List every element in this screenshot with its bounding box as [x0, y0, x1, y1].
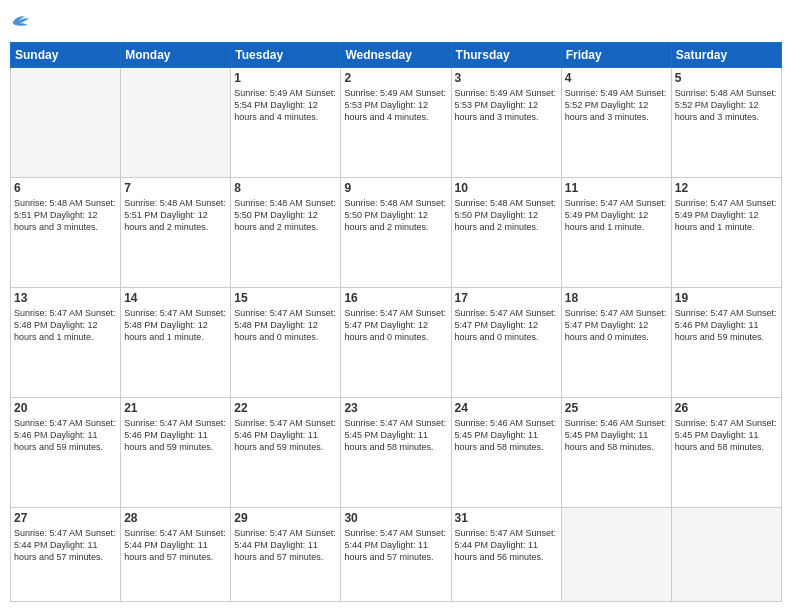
calendar-cell: 5Sunrise: 5:48 AM Sunset: 5:52 PM Daylig… — [671, 68, 781, 178]
day-number: 26 — [675, 401, 778, 415]
calendar-cell: 23Sunrise: 5:47 AM Sunset: 5:45 PM Dayli… — [341, 398, 451, 508]
calendar-header-monday: Monday — [121, 43, 231, 68]
day-number: 29 — [234, 511, 337, 525]
cell-content: Sunrise: 5:48 AM Sunset: 5:50 PM Dayligh… — [234, 197, 337, 233]
calendar-cell: 3Sunrise: 5:49 AM Sunset: 5:53 PM Daylig… — [451, 68, 561, 178]
cell-content: Sunrise: 5:49 AM Sunset: 5:53 PM Dayligh… — [344, 87, 447, 123]
calendar-cell: 28Sunrise: 5:47 AM Sunset: 5:44 PM Dayli… — [121, 508, 231, 602]
day-number: 8 — [234, 181, 337, 195]
day-number: 18 — [565, 291, 668, 305]
day-number: 24 — [455, 401, 558, 415]
day-number: 2 — [344, 71, 447, 85]
day-number: 7 — [124, 181, 227, 195]
cell-content: Sunrise: 5:47 AM Sunset: 5:48 PM Dayligh… — [234, 307, 337, 343]
calendar-cell: 9Sunrise: 5:48 AM Sunset: 5:50 PM Daylig… — [341, 178, 451, 288]
calendar-week-row: 27Sunrise: 5:47 AM Sunset: 5:44 PM Dayli… — [11, 508, 782, 602]
header — [10, 10, 782, 34]
calendar-cell: 19Sunrise: 5:47 AM Sunset: 5:46 PM Dayli… — [671, 288, 781, 398]
cell-content: Sunrise: 5:49 AM Sunset: 5:53 PM Dayligh… — [455, 87, 558, 123]
calendar-header-wednesday: Wednesday — [341, 43, 451, 68]
day-number: 4 — [565, 71, 668, 85]
cell-content: Sunrise: 5:47 AM Sunset: 5:47 PM Dayligh… — [565, 307, 668, 343]
calendar-cell: 26Sunrise: 5:47 AM Sunset: 5:45 PM Dayli… — [671, 398, 781, 508]
logo — [10, 10, 32, 34]
calendar-cell: 2Sunrise: 5:49 AM Sunset: 5:53 PM Daylig… — [341, 68, 451, 178]
calendar-header-thursday: Thursday — [451, 43, 561, 68]
calendar-cell: 16Sunrise: 5:47 AM Sunset: 5:47 PM Dayli… — [341, 288, 451, 398]
cell-content: Sunrise: 5:47 AM Sunset: 5:49 PM Dayligh… — [675, 197, 778, 233]
day-number: 20 — [14, 401, 117, 415]
calendar-cell: 24Sunrise: 5:46 AM Sunset: 5:45 PM Dayli… — [451, 398, 561, 508]
calendar-week-row: 1Sunrise: 5:49 AM Sunset: 5:54 PM Daylig… — [11, 68, 782, 178]
calendar-cell: 30Sunrise: 5:47 AM Sunset: 5:44 PM Dayli… — [341, 508, 451, 602]
cell-content: Sunrise: 5:47 AM Sunset: 5:44 PM Dayligh… — [344, 527, 447, 563]
page: SundayMondayTuesdayWednesdayThursdayFrid… — [0, 0, 792, 612]
calendar-cell: 29Sunrise: 5:47 AM Sunset: 5:44 PM Dayli… — [231, 508, 341, 602]
cell-content: Sunrise: 5:47 AM Sunset: 5:49 PM Dayligh… — [565, 197, 668, 233]
calendar-week-row: 13Sunrise: 5:47 AM Sunset: 5:48 PM Dayli… — [11, 288, 782, 398]
calendar-header-sunday: Sunday — [11, 43, 121, 68]
cell-content: Sunrise: 5:47 AM Sunset: 5:46 PM Dayligh… — [124, 417, 227, 453]
calendar-cell: 14Sunrise: 5:47 AM Sunset: 5:48 PM Dayli… — [121, 288, 231, 398]
calendar-week-row: 6Sunrise: 5:48 AM Sunset: 5:51 PM Daylig… — [11, 178, 782, 288]
day-number: 11 — [565, 181, 668, 195]
calendar-cell — [561, 508, 671, 602]
day-number: 17 — [455, 291, 558, 305]
cell-content: Sunrise: 5:47 AM Sunset: 5:48 PM Dayligh… — [14, 307, 117, 343]
day-number: 27 — [14, 511, 117, 525]
calendar-cell: 25Sunrise: 5:46 AM Sunset: 5:45 PM Dayli… — [561, 398, 671, 508]
day-number: 10 — [455, 181, 558, 195]
calendar-cell: 7Sunrise: 5:48 AM Sunset: 5:51 PM Daylig… — [121, 178, 231, 288]
calendar-cell: 13Sunrise: 5:47 AM Sunset: 5:48 PM Dayli… — [11, 288, 121, 398]
day-number: 6 — [14, 181, 117, 195]
calendar-cell: 18Sunrise: 5:47 AM Sunset: 5:47 PM Dayli… — [561, 288, 671, 398]
cell-content: Sunrise: 5:47 AM Sunset: 5:44 PM Dayligh… — [234, 527, 337, 563]
cell-content: Sunrise: 5:47 AM Sunset: 5:48 PM Dayligh… — [124, 307, 227, 343]
calendar-header-row: SundayMondayTuesdayWednesdayThursdayFrid… — [11, 43, 782, 68]
cell-content: Sunrise: 5:47 AM Sunset: 5:44 PM Dayligh… — [124, 527, 227, 563]
day-number: 9 — [344, 181, 447, 195]
day-number: 12 — [675, 181, 778, 195]
day-number: 21 — [124, 401, 227, 415]
cell-content: Sunrise: 5:47 AM Sunset: 5:46 PM Dayligh… — [234, 417, 337, 453]
calendar-cell: 12Sunrise: 5:47 AM Sunset: 5:49 PM Dayli… — [671, 178, 781, 288]
calendar-cell: 11Sunrise: 5:47 AM Sunset: 5:49 PM Dayli… — [561, 178, 671, 288]
cell-content: Sunrise: 5:49 AM Sunset: 5:54 PM Dayligh… — [234, 87, 337, 123]
cell-content: Sunrise: 5:47 AM Sunset: 5:44 PM Dayligh… — [14, 527, 117, 563]
calendar-cell: 17Sunrise: 5:47 AM Sunset: 5:47 PM Dayli… — [451, 288, 561, 398]
day-number: 16 — [344, 291, 447, 305]
cell-content: Sunrise: 5:46 AM Sunset: 5:45 PM Dayligh… — [455, 417, 558, 453]
day-number: 15 — [234, 291, 337, 305]
calendar-cell: 8Sunrise: 5:48 AM Sunset: 5:50 PM Daylig… — [231, 178, 341, 288]
calendar-week-row: 20Sunrise: 5:47 AM Sunset: 5:46 PM Dayli… — [11, 398, 782, 508]
cell-content: Sunrise: 5:47 AM Sunset: 5:45 PM Dayligh… — [344, 417, 447, 453]
calendar-cell: 6Sunrise: 5:48 AM Sunset: 5:51 PM Daylig… — [11, 178, 121, 288]
calendar-header-tuesday: Tuesday — [231, 43, 341, 68]
calendar-header-saturday: Saturday — [671, 43, 781, 68]
cell-content: Sunrise: 5:48 AM Sunset: 5:50 PM Dayligh… — [344, 197, 447, 233]
day-number: 30 — [344, 511, 447, 525]
calendar-cell: 31Sunrise: 5:47 AM Sunset: 5:44 PM Dayli… — [451, 508, 561, 602]
calendar-table: SundayMondayTuesdayWednesdayThursdayFrid… — [10, 42, 782, 602]
cell-content: Sunrise: 5:48 AM Sunset: 5:52 PM Dayligh… — [675, 87, 778, 123]
cell-content: Sunrise: 5:49 AM Sunset: 5:52 PM Dayligh… — [565, 87, 668, 123]
calendar-cell — [11, 68, 121, 178]
day-number: 1 — [234, 71, 337, 85]
logo-bird-icon — [10, 10, 30, 30]
calendar-cell: 20Sunrise: 5:47 AM Sunset: 5:46 PM Dayli… — [11, 398, 121, 508]
day-number: 23 — [344, 401, 447, 415]
calendar-cell — [671, 508, 781, 602]
day-number: 25 — [565, 401, 668, 415]
day-number: 31 — [455, 511, 558, 525]
cell-content: Sunrise: 5:47 AM Sunset: 5:47 PM Dayligh… — [344, 307, 447, 343]
calendar-cell: 1Sunrise: 5:49 AM Sunset: 5:54 PM Daylig… — [231, 68, 341, 178]
day-number: 22 — [234, 401, 337, 415]
cell-content: Sunrise: 5:47 AM Sunset: 5:46 PM Dayligh… — [14, 417, 117, 453]
cell-content: Sunrise: 5:46 AM Sunset: 5:45 PM Dayligh… — [565, 417, 668, 453]
cell-content: Sunrise: 5:47 AM Sunset: 5:45 PM Dayligh… — [675, 417, 778, 453]
calendar-cell: 21Sunrise: 5:47 AM Sunset: 5:46 PM Dayli… — [121, 398, 231, 508]
calendar-cell: 10Sunrise: 5:48 AM Sunset: 5:50 PM Dayli… — [451, 178, 561, 288]
day-number: 5 — [675, 71, 778, 85]
cell-content: Sunrise: 5:47 AM Sunset: 5:46 PM Dayligh… — [675, 307, 778, 343]
cell-content: Sunrise: 5:48 AM Sunset: 5:50 PM Dayligh… — [455, 197, 558, 233]
